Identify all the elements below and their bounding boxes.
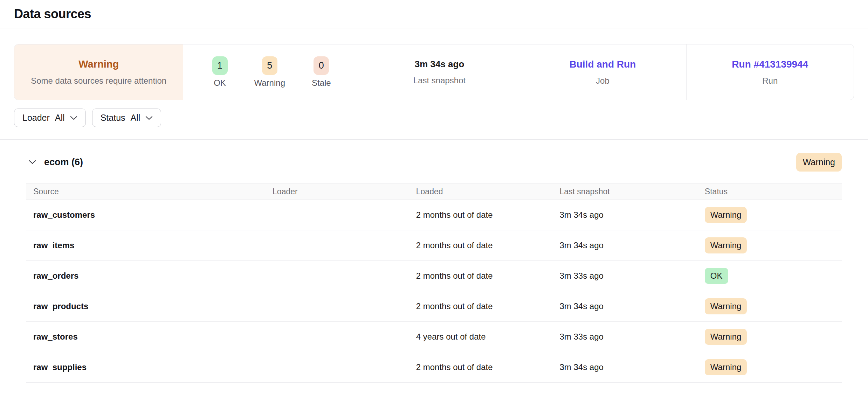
run-card: Run #413139944 Run xyxy=(686,44,854,100)
group-label: ecom (6) xyxy=(44,157,83,168)
loaded-cell: 2 months out of date xyxy=(416,352,560,383)
status-badge: Warning xyxy=(705,329,747,345)
run-label: Run xyxy=(762,76,778,86)
loader-cell xyxy=(273,322,416,352)
loader-cell xyxy=(273,352,416,383)
source-name: raw_customers xyxy=(26,200,273,230)
status-badge: Warning xyxy=(705,207,747,223)
last-snapshot-cell: 3m 33s ago xyxy=(559,261,704,291)
col-loaded: Loaded xyxy=(416,183,560,200)
group-header: ecom (6) Warning xyxy=(26,148,842,176)
run-link[interactable]: Run #413139944 xyxy=(732,59,808,70)
status-cell: Warning xyxy=(705,200,842,230)
source-group-ecom: ecom (6) Warning Source Loader Loaded La… xyxy=(0,148,868,383)
col-status: Status xyxy=(705,183,842,200)
last-snapshot-cell: 3m 34s ago xyxy=(559,291,704,322)
status-filter-dropdown[interactable]: Status All xyxy=(92,109,161,127)
table-row[interactable]: raw_supplies 2 months out of date 3m 34s… xyxy=(26,352,842,383)
ok-count-label: OK xyxy=(214,78,226,88)
status-badge: Warning xyxy=(705,298,747,314)
stale-count-badge: 0 xyxy=(314,56,329,75)
col-last-snapshot: Last snapshot xyxy=(559,183,704,200)
chevron-down-icon xyxy=(29,160,36,164)
job-link[interactable]: Build and Run xyxy=(570,59,636,70)
last-snapshot-cell: 3m 33s ago xyxy=(559,322,704,352)
table-row[interactable]: raw_customers 2 months out of date 3m 34… xyxy=(26,200,842,230)
source-name: raw_stores xyxy=(26,322,273,352)
last-snapshot-value: 3m 34s ago xyxy=(415,59,464,70)
loaded-cell: 2 months out of date xyxy=(416,291,560,322)
overall-status-title: Warning xyxy=(78,58,119,70)
job-label: Job xyxy=(596,76,609,86)
loader-cell xyxy=(273,291,416,322)
table-row[interactable]: raw_orders 2 months out of date 3m 33s a… xyxy=(26,261,842,291)
table-header-row: Source Loader Loaded Last snapshot Statu… xyxy=(26,183,842,200)
summary-bar: Warning Some data sources require attent… xyxy=(14,44,854,100)
loader-filter-dropdown[interactable]: Loader All xyxy=(14,109,86,127)
source-name: raw_supplies xyxy=(26,352,273,383)
page-header: Data sources xyxy=(0,0,868,28)
last-snapshot-card: 3m 34s ago Last snapshot xyxy=(360,44,519,100)
stale-count-label: Stale xyxy=(312,78,331,88)
loader-filter-name: Loader xyxy=(22,113,50,123)
overall-status-card: Warning Some data sources require attent… xyxy=(14,44,183,100)
loaded-cell: 4 years out of date xyxy=(416,322,560,352)
chevron-down-icon xyxy=(145,116,153,120)
status-filter-value: All xyxy=(131,113,140,123)
loader-cell xyxy=(273,261,416,291)
status-badge: Warning xyxy=(705,237,747,253)
filters-row: Loader All Status All xyxy=(14,109,854,127)
loaded-cell: 2 months out of date xyxy=(416,200,560,230)
last-snapshot-cell: 3m 34s ago xyxy=(559,200,704,230)
job-card: Build and Run Job xyxy=(519,44,686,100)
last-snapshot-label: Last snapshot xyxy=(413,76,466,85)
warning-count-label: Warning xyxy=(254,78,285,88)
group-status-badge: Warning xyxy=(796,153,842,172)
sources-table-body: raw_customers 2 months out of date 3m 34… xyxy=(26,200,842,383)
status-cell: Warning xyxy=(705,291,842,322)
table-row[interactable]: raw_products 2 months out of date 3m 34s… xyxy=(26,291,842,322)
source-name: raw_products xyxy=(26,291,273,322)
status-counts-card: 1 OK 5 Warning 0 Stale xyxy=(183,44,359,100)
loader-cell xyxy=(273,200,416,230)
status-cell: OK xyxy=(705,261,842,291)
status-cell: Warning xyxy=(705,230,842,261)
source-name: raw_orders xyxy=(26,261,273,291)
status-filter-name: Status xyxy=(101,113,125,123)
loader-cell xyxy=(273,230,416,261)
loader-filter-value: All xyxy=(55,113,65,123)
group-collapse-toggle[interactable] xyxy=(26,156,38,168)
col-source: Source xyxy=(26,183,273,200)
status-badge: OK xyxy=(705,268,728,284)
sources-table: Source Loader Loaded Last snapshot Statu… xyxy=(26,183,842,383)
section-divider xyxy=(0,139,868,140)
loaded-cell: 2 months out of date xyxy=(416,261,560,291)
ok-count-badge: 1 xyxy=(212,56,228,75)
overall-status-subtitle: Some data sources require attention xyxy=(31,76,166,86)
table-row[interactable]: raw_stores 4 years out of date 3m 33s ag… xyxy=(26,322,842,352)
warning-count: 5 Warning xyxy=(254,56,285,88)
last-snapshot-cell: 3m 34s ago xyxy=(559,352,704,383)
status-cell: Warning xyxy=(705,322,842,352)
status-cell: Warning xyxy=(705,352,842,383)
last-snapshot-cell: 3m 34s ago xyxy=(559,230,704,261)
col-loader: Loader xyxy=(273,183,416,200)
page-title: Data sources xyxy=(14,7,91,21)
table-row[interactable]: raw_items 2 months out of date 3m 34s ag… xyxy=(26,230,842,261)
source-name: raw_items xyxy=(26,230,273,261)
loaded-cell: 2 months out of date xyxy=(416,230,560,261)
ok-count: 1 OK xyxy=(212,56,228,88)
stale-count: 0 Stale xyxy=(312,56,331,88)
warning-count-badge: 5 xyxy=(262,56,277,75)
status-badge: Warning xyxy=(705,359,747,375)
chevron-down-icon xyxy=(70,116,77,120)
